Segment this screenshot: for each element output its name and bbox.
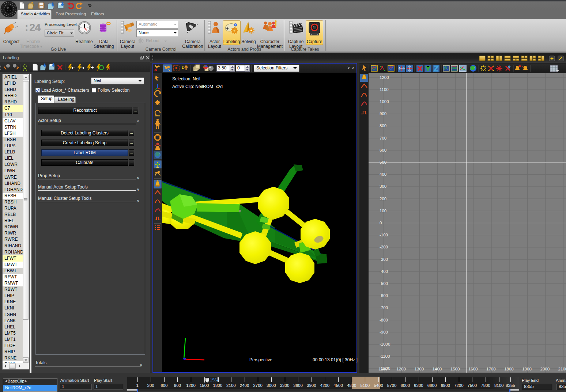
svg-text:z: z: [182, 65, 184, 69]
